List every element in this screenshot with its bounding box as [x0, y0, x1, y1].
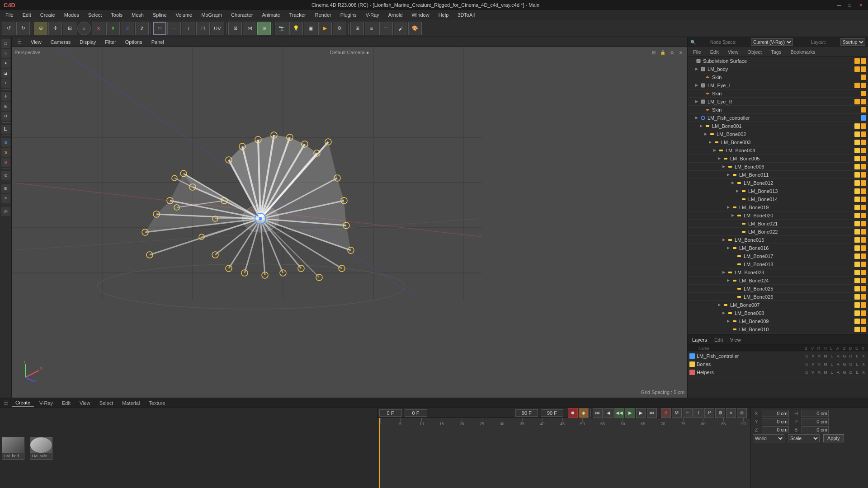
deform-button[interactable]: ⋯ — [379, 22, 393, 35]
obj-arrow[interactable]: ▶ — [726, 173, 731, 177]
z-axis-button[interactable]: Z — [121, 22, 134, 35]
obj-item-lm_bone006[interactable]: ▶LM_Bone006 — [688, 163, 868, 171]
layer-icon-m[interactable]: M — [823, 362, 828, 366]
obj-item-lm_bone020[interactable]: ▶LM_Bone020 — [688, 211, 868, 220]
vp-menu-hamburger[interactable]: ☰ — [14, 38, 24, 46]
apply-button[interactable]: Apply — [823, 434, 844, 442]
menu-item-v-ray[interactable]: V-Ray — [362, 11, 383, 19]
prev-frame-button[interactable]: ◀ — [604, 408, 613, 418]
record-button[interactable]: ⏺ — [568, 408, 578, 418]
close-button[interactable]: ✕ — [857, 1, 864, 9]
play-reverse-button[interactable]: ◀◀ — [614, 408, 624, 418]
obj-tab-file[interactable]: File — [689, 48, 705, 56]
coord-y-pos[interactable] — [762, 418, 789, 425]
mat-tab-create[interactable]: Create — [12, 399, 34, 407]
obj-arrow[interactable]: ▶ — [726, 246, 731, 250]
current-frame-input[interactable] — [405, 409, 427, 417]
timeline-button[interactable]: T — [693, 408, 703, 418]
layers-tab-edit[interactable]: Edit — [712, 336, 725, 343]
coord-b-val[interactable] — [802, 426, 829, 433]
camera-button[interactable]: 📷 — [275, 22, 288, 35]
obj-tab-view[interactable]: View — [724, 48, 742, 56]
obj-item-skin[interactable]: Skin — [688, 73, 868, 81]
render-region-button[interactable]: ▣ — [304, 22, 317, 35]
vp-menu-cameras[interactable]: Cameras — [48, 38, 74, 46]
points-mode-button[interactable]: · — [167, 22, 181, 35]
obj-arrow[interactable]: ▶ — [694, 67, 699, 71]
material-swatch-body[interactable]: LM_bod... — [2, 437, 24, 460]
y-axis-button[interactable]: Y — [106, 22, 120, 35]
obj-tab-object[interactable]: Object — [744, 48, 765, 56]
layer-icon-s[interactable]: S — [804, 354, 809, 358]
goto-end-button[interactable]: ⏭ — [647, 408, 657, 418]
scale-tool-button[interactable]: ⊞ — [63, 22, 76, 35]
obj-arrow[interactable]: ▶ — [698, 124, 704, 128]
undo-button[interactable]: ↺ — [2, 22, 15, 35]
obj-item-lm_bone002[interactable]: ▶LM_Bone002 — [688, 130, 868, 138]
left-btn-sphere[interactable]: ○ — [1, 49, 10, 58]
left-btn-null[interactable]: + — [1, 79, 10, 88]
obj-item-lm_bone021[interactable]: LM_Bone021 — [688, 220, 868, 228]
obj-item-lm_bone004[interactable]: ▶LM_Bone004 — [688, 146, 868, 155]
magnet-button[interactable]: ⋈ — [243, 22, 256, 35]
menu-item-character[interactable]: Character — [227, 11, 256, 19]
coord-z-pos[interactable] — [762, 426, 789, 433]
left-btn-scale[interactable]: ⊞ — [1, 102, 10, 111]
layer-icon-x[interactable]: X — [861, 370, 866, 375]
obj-arrow[interactable]: ▶ — [721, 270, 726, 274]
obj-item-skin[interactable]: Skin — [688, 106, 868, 114]
layer-icon-e[interactable]: E — [854, 354, 860, 358]
end-frame-input1[interactable] — [515, 409, 538, 417]
obj-item-lm_eye_r[interactable]: ▶LM_Eye_R — [688, 98, 868, 106]
obj-item-lm_bone009[interactable]: ▶LM_Bone009 — [688, 317, 868, 325]
layer-icon-s[interactable]: S — [804, 370, 809, 375]
left-btn-snap[interactable]: ◎ — [1, 207, 10, 216]
obj-item-lm_eye_l[interactable]: ▶LM_Eye_L — [688, 81, 868, 89]
move-tool-button[interactable]: ✛ — [48, 22, 62, 35]
left-btn-L[interactable]: L — [1, 125, 10, 134]
obj-arrow[interactable]: ▶ — [721, 164, 726, 169]
obj-arrow[interactable]: ▶ — [730, 181, 736, 185]
bottom-hamburger[interactable]: ☰ — [2, 400, 10, 406]
obj-arrow[interactable]: ▶ — [717, 156, 722, 160]
layer-icon-s[interactable]: S — [804, 362, 809, 366]
obj-item-subdivision-surface[interactable]: Subdivision Surface — [688, 57, 868, 65]
uv-mode-button[interactable]: UV — [211, 22, 224, 35]
menu-item-volume[interactable]: Volume — [172, 11, 196, 19]
obj-item-lm_bone013[interactable]: ▶LM_Bone013 — [688, 187, 868, 195]
layer-icon-g[interactable]: G — [842, 362, 847, 366]
obj-item-lm_bone011[interactable]: ▶LM_Bone011 — [688, 171, 868, 179]
workplane-button[interactable]: ≡ — [365, 22, 378, 35]
x-axis-button[interactable]: X — [92, 22, 105, 35]
extra2-button[interactable]: ⊕ — [737, 408, 747, 418]
rotate-tool-button[interactable]: ○ — [77, 22, 91, 35]
menu-item-file[interactable]: File — [2, 11, 17, 19]
menu-item-window[interactable]: Window — [408, 11, 433, 19]
layer-icon-m[interactable]: M — [823, 370, 828, 375]
mat-tab-texture[interactable]: Texture — [145, 399, 169, 407]
timeline-ruler[interactable]: 051015202530354045505560657075808590 — [377, 418, 751, 488]
obj-item-lm_bone003[interactable]: ▶LM_Bone003 — [688, 138, 868, 146]
obj-item-lm_bone025[interactable]: LM_Bone025 — [688, 285, 868, 293]
layer-icon-e[interactable]: E — [854, 370, 860, 375]
menu-item-create[interactable]: Create — [37, 11, 59, 19]
obj-tab-edit[interactable]: Edit — [707, 48, 722, 56]
layer-icon-v[interactable]: V — [810, 354, 816, 358]
obj-arrow[interactable]: ▶ — [726, 319, 731, 323]
layer-icon-v[interactable]: V — [810, 362, 816, 366]
menu-item-arnold[interactable]: Arnold — [385, 11, 406, 19]
minimize-button[interactable]: — — [835, 1, 843, 9]
layer-icon-g[interactable]: G — [842, 354, 847, 358]
extra-button[interactable]: ≡ — [726, 408, 736, 418]
left-btn-move[interactable]: ✛ — [1, 92, 10, 101]
mat-tab-edit[interactable]: Edit — [58, 399, 74, 407]
obj-arrow[interactable]: ▶ — [717, 303, 722, 307]
obj-item-lm_bone010[interactable]: LM_Bone010 — [688, 325, 868, 333]
menu-item-render[interactable]: Render — [311, 11, 335, 19]
key-button[interactable]: ◆ — [579, 408, 589, 418]
vp-ctrl-settings[interactable]: ⚙ — [668, 49, 675, 56]
menu-item-mograph[interactable]: MoGraph — [198, 11, 226, 19]
layer-icon-d[interactable]: D — [848, 362, 854, 366]
vp-ctrl-lock[interactable]: 🔒 — [659, 49, 666, 56]
obj-item-lm_bone019[interactable]: ▶LM_Bone019 — [688, 203, 868, 211]
